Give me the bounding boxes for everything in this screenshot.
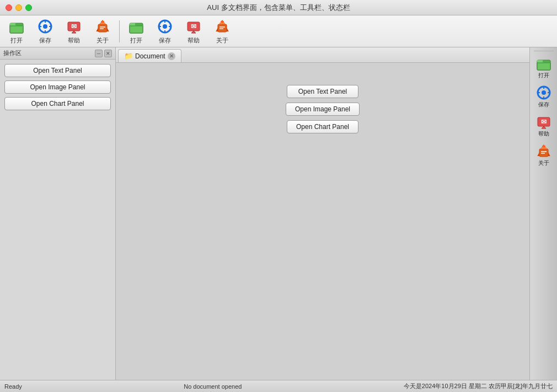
open-image-panel-main-button[interactable]: Open Image Panel — [286, 103, 360, 116]
sidebar-content: Open Text Panel Open Image Panel Open Ch… — [0, 60, 115, 115]
toolbar-about-label-1: 关于 — [97, 36, 109, 45]
help-icon-2: ✉ — [185, 18, 202, 35]
right-save-button[interactable]: 保存 — [531, 83, 556, 111]
svg-rect-15 — [101, 21, 104, 23]
svg-rect-2 — [10, 23, 15, 25]
svg-rect-13 — [98, 24, 107, 32]
right-about-label: 关于 — [538, 159, 549, 167]
toolbar-about-button-2[interactable]: 关于 — [208, 17, 237, 46]
status-date: 今天是2024年10月29日 星期二 农历甲辰[龙]年九月廿七 — [404, 382, 553, 390]
save-icon — [36, 18, 54, 35]
close-button[interactable] — [6, 4, 12, 11]
toolbar-right: 打开 保存 ✉ 帮助 — [529, 47, 557, 380]
status-doc: No document opened — [22, 383, 404, 390]
svg-text:✉: ✉ — [191, 23, 196, 30]
svg-rect-14 — [100, 23, 105, 24]
svg-rect-37 — [537, 62, 550, 70]
about-icon — [94, 18, 111, 35]
svg-rect-50 — [541, 147, 547, 149]
svg-marker-28 — [191, 31, 196, 33]
tab-bar: 📁 Document ✕ — [116, 47, 529, 63]
open-text-panel-left-button[interactable]: Open Text Panel — [4, 64, 111, 77]
open-chart-panel-left-button[interactable]: Open Chart Panel — [4, 97, 111, 110]
toolbar-save-label-1: 保存 — [39, 36, 51, 45]
document-tab-label: Document — [135, 52, 165, 60]
maximize-button[interactable] — [25, 4, 32, 11]
sidebar-header: 操作区 ─ ✕ — [0, 47, 115, 60]
svg-text:✉: ✉ — [541, 118, 547, 126]
tab-close-button[interactable]: ✕ — [168, 52, 175, 60]
help-icon: ✉ — [65, 18, 83, 35]
toolbar-separator — [119, 20, 120, 42]
right-help-button[interactable]: ✉ 帮助 — [531, 112, 556, 140]
document-inner: Open Text Panel Open Image Panel Open Ch… — [286, 85, 360, 133]
right-open-label: 打开 — [538, 72, 549, 79]
toolbar-open-label-1: 打开 — [10, 36, 23, 45]
svg-rect-31 — [218, 24, 227, 32]
toolbar-help-button-1[interactable]: ✉ 帮助 — [60, 17, 88, 46]
toolbar-about-label-2: 关于 — [216, 36, 228, 45]
right-save-label: 保存 — [538, 101, 549, 109]
titlebar-buttons — [6, 4, 32, 11]
toolbar-about-button-1[interactable]: 关于 — [88, 17, 117, 46]
svg-rect-1 — [10, 25, 23, 33]
svg-point-22 — [163, 24, 167, 29]
toolbar-save-button-1[interactable]: 保存 — [31, 17, 60, 46]
document-tab[interactable]: 📁 Document ✕ — [118, 49, 181, 62]
main-area: 操作区 ─ ✕ Open Text Panel Open Image Panel… — [0, 47, 557, 380]
toolbar-top: 打开 保存 ✉ 帮助 — [0, 15, 557, 47]
open-text-panel-main-button[interactable]: Open Text Panel — [287, 85, 358, 98]
titlebar: AUI 多文档界面，包含菜单、工具栏、状态栏 — [0, 0, 557, 15]
svg-rect-51 — [542, 146, 545, 147]
status-ready: Ready — [4, 383, 22, 390]
svg-point-4 — [43, 24, 47, 29]
window-title: AUI 多文档界面，包含菜单、工具栏、状态栏 — [207, 3, 350, 13]
toolbar-help-label-2: 帮助 — [188, 36, 200, 45]
save-icon-2 — [156, 18, 174, 35]
toolbar-help-label-1: 帮助 — [68, 36, 80, 45]
right-about-button[interactable]: 关于 — [531, 141, 556, 169]
save-icon-right — [536, 85, 551, 100]
toolbar-open-button-2[interactable]: 打开 — [122, 17, 151, 46]
right-help-label: 帮助 — [538, 130, 549, 138]
sidebar-header-label: 操作区 — [3, 49, 22, 57]
open-icon — [8, 18, 25, 35]
open-icon-right — [536, 56, 551, 71]
svg-text:✉: ✉ — [71, 23, 77, 30]
toolbar-save-button-2[interactable]: 保存 — [151, 17, 179, 46]
right-toolbar-divider-top — [534, 51, 554, 51]
document-area: 📁 Document ✕ Open Text Panel Open Image … — [116, 47, 529, 380]
folder-icon: 📁 — [124, 52, 133, 60]
right-open-button[interactable]: 打开 — [531, 53, 556, 82]
svg-rect-33 — [221, 21, 224, 23]
sidebar-close-button[interactable]: ✕ — [104, 50, 112, 57]
toolbar-save-label-2: 保存 — [159, 36, 171, 45]
help-icon-right: ✉ — [536, 114, 551, 130]
open-chart-panel-main-button[interactable]: Open Chart Panel — [287, 120, 358, 133]
sidebar-header-controls: ─ ✕ — [95, 50, 112, 57]
svg-marker-46 — [542, 126, 546, 128]
svg-rect-49 — [539, 149, 548, 157]
sidebar-minimize-button[interactable]: ─ — [95, 50, 103, 57]
sidebar: 操作区 ─ ✕ Open Text Panel Open Image Panel… — [0, 47, 116, 380]
svg-rect-20 — [130, 23, 135, 25]
statusbar: Ready No document opened 今天是2024年10月29日 … — [0, 380, 557, 392]
about-icon-2 — [213, 18, 231, 35]
toolbar-open-button-1[interactable]: 打开 — [2, 17, 31, 46]
toolbar-help-button-2[interactable]: ✉ 帮助 — [179, 17, 208, 46]
document-content: Open Text Panel Open Image Panel Open Ch… — [116, 63, 529, 380]
svg-point-40 — [542, 90, 546, 95]
about-icon-right — [536, 143, 551, 159]
open-icon-2 — [127, 18, 145, 35]
toolbar-open-label-2: 打开 — [130, 36, 142, 45]
svg-rect-19 — [130, 25, 143, 33]
svg-rect-32 — [219, 23, 225, 24]
svg-marker-10 — [72, 31, 76, 33]
open-image-panel-left-button[interactable]: Open Image Panel — [4, 80, 111, 94]
minimize-button[interactable] — [15, 4, 22, 11]
svg-rect-38 — [537, 60, 543, 62]
